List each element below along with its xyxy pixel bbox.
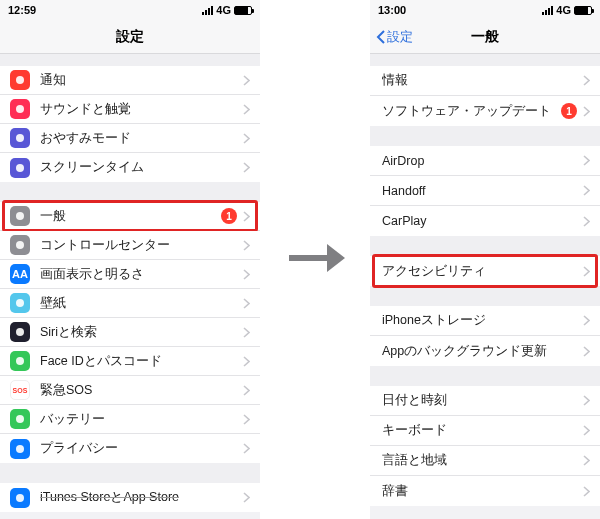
settings-row-controlcenter[interactable]: コントロールセンター — [0, 231, 260, 260]
chevron-right-icon — [243, 492, 250, 503]
settings-row-about[interactable]: 情報 — [370, 66, 600, 96]
settings-row-iphonestorage[interactable]: iPhoneストレージ — [370, 306, 600, 336]
settings-row-accessibility[interactable]: アクセシビリティ — [370, 256, 600, 286]
faceid-icon — [10, 351, 30, 371]
badge: 1 — [561, 103, 577, 119]
settings-row-bgrefresh[interactable]: Appのバックグラウンド更新 — [370, 336, 600, 366]
battery-icon — [234, 6, 252, 15]
svg-marker-13 — [327, 244, 345, 272]
settings-list-left[interactable]: 通知サウンドと触覚おやすみモードスクリーンタイム一般1コントロールセンターAA画… — [0, 54, 260, 512]
chevron-right-icon — [243, 356, 250, 367]
settings-row-carplay[interactable]: CarPlay — [370, 206, 600, 236]
page-title: 設定 — [116, 28, 144, 46]
svg-point-4 — [16, 212, 24, 220]
section-separator — [370, 286, 600, 306]
settings-row-notifications[interactable]: 通知 — [0, 66, 260, 95]
chevron-right-icon — [583, 486, 590, 497]
row-label: プライバシー — [40, 440, 243, 457]
row-label: 画面表示と明るさ — [40, 266, 243, 283]
chevron-right-icon — [243, 298, 250, 309]
settings-row-itunes[interactable]: iTunes StoreとApp Store — [0, 483, 260, 512]
settings-row-sounds[interactable]: サウンドと触覚 — [0, 95, 260, 124]
settings-row-dnd[interactable]: おやすみモード — [0, 124, 260, 153]
back-button[interactable]: 設定 — [376, 20, 413, 53]
transition-arrow — [260, 0, 370, 519]
settings-row-airdrop[interactable]: AirDrop — [370, 146, 600, 176]
row-label: 情報 — [382, 72, 583, 89]
chevron-right-icon — [243, 269, 250, 280]
row-label: サウンドと触覚 — [40, 101, 243, 118]
row-label: 緊急SOS — [40, 382, 243, 399]
section-separator — [370, 54, 600, 66]
appstore-icon — [10, 488, 30, 508]
settings-row-privacy[interactable]: プライバシー — [0, 434, 260, 463]
svg-point-9 — [16, 415, 24, 423]
settings-row-swupdate[interactable]: ソフトウェア・アップデート1 — [370, 96, 600, 126]
settings-row-dict[interactable]: 辞書 — [370, 476, 600, 506]
row-label: iTunes StoreとApp Store — [40, 489, 243, 506]
chevron-right-icon — [583, 315, 590, 326]
status-bar: 13:00 4G — [370, 0, 600, 20]
section-separator — [0, 54, 260, 66]
settings-row-display[interactable]: AA画面表示と明るさ — [0, 260, 260, 289]
settings-row-faceid[interactable]: Face IDとパスコード — [0, 347, 260, 376]
settings-list-right[interactable]: 情報ソフトウェア・アップデート1AirDropHandoffCarPlayアクセ… — [370, 54, 600, 506]
row-label: 一般 — [40, 208, 221, 225]
battery-icon — [10, 409, 30, 429]
row-label: キーボード — [382, 422, 583, 439]
row-label: バッテリー — [40, 411, 243, 428]
svg-point-2 — [16, 134, 24, 142]
chevron-right-icon — [243, 211, 250, 222]
row-label: おやすみモード — [40, 130, 243, 147]
settings-row-keyboard[interactable]: キーボード — [370, 416, 600, 446]
status-time: 13:00 — [378, 4, 406, 16]
row-label: AirDrop — [382, 154, 583, 168]
sounds-icon — [10, 99, 30, 119]
chevron-right-icon — [583, 106, 590, 117]
general-screen: 13:00 4G 設定 一般 情報ソフトウェア・アップデート1AirDropHa… — [370, 0, 600, 519]
back-label: 設定 — [387, 28, 413, 46]
svg-point-1 — [16, 105, 24, 113]
chevron-right-icon — [243, 327, 250, 338]
svg-point-10 — [16, 445, 24, 453]
chevron-right-icon — [583, 216, 590, 227]
row-label: Appのバックグラウンド更新 — [382, 343, 583, 360]
row-label: スクリーンタイム — [40, 159, 243, 176]
settings-row-siri[interactable]: Siriと検索 — [0, 318, 260, 347]
settings-row-handoff[interactable]: Handoff — [370, 176, 600, 206]
chevron-right-icon — [243, 104, 250, 115]
row-label: アクセシビリティ — [382, 263, 583, 280]
settings-row-lang[interactable]: 言語と地域 — [370, 446, 600, 476]
settings-row-general[interactable]: 一般1 — [0, 202, 260, 231]
settings-row-datetime[interactable]: 日付と時刻 — [370, 386, 600, 416]
chevron-right-icon — [243, 162, 250, 173]
svg-point-8 — [16, 357, 24, 365]
chevron-right-icon — [583, 75, 590, 86]
nav-bar: 設定 一般 — [370, 20, 600, 54]
nav-bar: 設定 — [0, 20, 260, 54]
row-label: 言語と地域 — [382, 452, 583, 469]
settings-row-screentime[interactable]: スクリーンタイム — [0, 153, 260, 182]
row-label: 壁紙 — [40, 295, 243, 312]
svg-point-3 — [16, 164, 24, 172]
status-time: 12:59 — [8, 4, 36, 16]
status-network: 4G — [216, 4, 231, 16]
settings-row-wallpaper[interactable]: 壁紙 — [0, 289, 260, 318]
wallpaper-icon — [10, 293, 30, 313]
section-separator — [0, 182, 260, 202]
chevron-right-icon — [243, 385, 250, 396]
section-separator — [370, 126, 600, 146]
svg-point-7 — [16, 328, 24, 336]
signal-icon — [542, 6, 553, 15]
settings-row-sos[interactable]: SOS緊急SOS — [0, 376, 260, 405]
settings-row-battery[interactable]: バッテリー — [0, 405, 260, 434]
chevron-right-icon — [243, 414, 250, 425]
chevron-right-icon — [243, 133, 250, 144]
chevron-right-icon — [243, 75, 250, 86]
battery-icon — [574, 6, 592, 15]
row-label: 辞書 — [382, 483, 583, 500]
moon-icon — [10, 128, 30, 148]
chevron-right-icon — [243, 443, 250, 454]
hourglass-icon — [10, 158, 30, 178]
row-label: iPhoneストレージ — [382, 312, 583, 329]
